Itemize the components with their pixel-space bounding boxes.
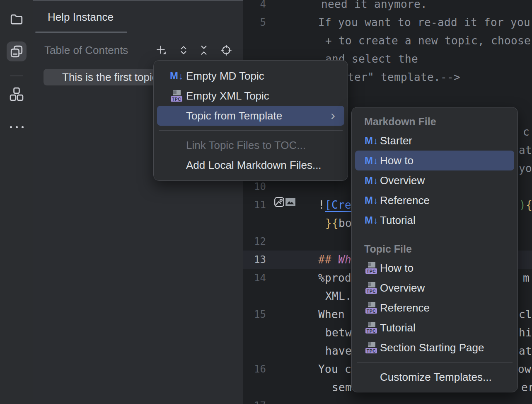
topic-file-icon: TPC xyxy=(171,90,182,102)
code-segment: yo xyxy=(519,159,532,178)
topic-file-icon: TPC xyxy=(365,302,377,314)
scroll-from-source-icon[interactable] xyxy=(221,45,232,56)
menu-item-label: Tutorial xyxy=(380,321,416,334)
markdown-file-icon: M↓ xyxy=(365,155,378,166)
menu-item-label: Empty MD Topic xyxy=(186,70,264,83)
more-icon xyxy=(10,126,24,128)
menu-item-label: Overview xyxy=(380,282,425,294)
menu-item-icon-box: M↓ xyxy=(169,69,184,83)
menu-item-reference[interactable]: M↓Reference xyxy=(355,190,514,210)
toc-toolbar-title: Table of Contents xyxy=(44,44,128,57)
menu-item-tutorial[interactable]: M↓Tutorial xyxy=(355,210,514,230)
code-segment: ## xyxy=(318,251,338,269)
line-number: 11 xyxy=(243,196,266,214)
topic-file-icon: TPC xyxy=(365,322,377,333)
menu-item-icon-box: TPC xyxy=(364,301,378,315)
topic-file-icon: TPC xyxy=(365,262,377,274)
collapse-all-icon[interactable] xyxy=(198,45,209,56)
code-segment: need it anymore. xyxy=(321,0,427,13)
markdown-file-icon: M↓ xyxy=(365,135,378,146)
menu-item-label: How to xyxy=(380,262,414,275)
menu-item-icon-box: TPC xyxy=(364,281,378,295)
code-segment: { xyxy=(526,196,532,214)
menu-item-icon-box: M↓ xyxy=(364,134,378,148)
menu-item-label: Link Topic Files to TOC... xyxy=(186,139,306,152)
menu-separator xyxy=(159,130,343,131)
topic-file-icon: TPC xyxy=(365,342,377,353)
menu-item-label: Section Starting Page xyxy=(380,341,484,354)
menu-item-label: Empty XML Topic xyxy=(186,90,269,102)
code-segment: ter" template.--> xyxy=(348,68,460,86)
menu-item-label: Customize Templates... xyxy=(380,371,492,384)
menu-item-tutorial[interactable]: TPCTutorial xyxy=(355,318,514,338)
markdown-file-icon: M↓ xyxy=(365,214,378,226)
code-segment: ) xyxy=(519,196,526,214)
code-segment: You c xyxy=(318,360,351,378)
code-segment: sem xyxy=(332,378,352,397)
menu-item-empty-md-topic[interactable]: M↓Empty MD Topic xyxy=(157,66,344,86)
menu-item-empty-xml-topic[interactable]: TPCEmpty XML Topic xyxy=(157,86,344,106)
more-tools-button[interactable] xyxy=(7,117,27,137)
menu-item-icon-box: TPC xyxy=(169,89,184,103)
menu-item-overview[interactable]: M↓Overview xyxy=(355,170,514,190)
menu-item-section-starting-page[interactable]: TPCSection Starting Page xyxy=(355,338,514,358)
code-row[interactable]: 4need it anymore. xyxy=(243,0,532,13)
line-number: 12 xyxy=(243,232,266,251)
code-row[interactable]: + to create a new topic, choose t xyxy=(243,32,532,50)
code-segment: ! xyxy=(318,196,325,214)
writerside-tool-button[interactable] xyxy=(7,41,27,61)
new-topic-menu: M↓Empty MD TopicTPCEmpty XML TopicTopic … xyxy=(153,60,348,181)
menu-item-icon-box: M↓ xyxy=(364,173,378,187)
menu-item-reference[interactable]: TPCReference xyxy=(355,298,514,318)
code-segment: c xyxy=(523,123,530,141)
code-segment: bo xyxy=(339,214,352,232)
code-segment: + to create a new topic, choose t xyxy=(325,32,532,50)
image-preview-icon[interactable] xyxy=(285,197,296,207)
code-row[interactable]: 17 xyxy=(243,397,532,404)
code-segment: %prod xyxy=(318,269,351,287)
code-segment: If you want to re-add it for your xyxy=(318,13,532,32)
tool-window-header[interactable]: Help Instance xyxy=(33,1,243,33)
line-number: 16 xyxy=(243,360,266,378)
code-segment: at xyxy=(519,342,532,360)
menu-item-label: Reference xyxy=(380,302,430,314)
project-folder-button[interactable] xyxy=(7,9,27,29)
menu-item-label: Topic from Template xyxy=(186,110,282,122)
code-segment: at xyxy=(519,141,532,159)
menu-item-link-topic-files-to-toc[interactable]: Link Topic Files to TOC... xyxy=(157,135,344,155)
markdown-file-icon: M↓ xyxy=(365,175,378,186)
menu-item-customize-templates[interactable]: Customize Templates... xyxy=(355,367,514,387)
add-with-dropdown-icon[interactable] xyxy=(156,45,167,56)
submenu-arrow-icon: › xyxy=(331,107,335,123)
menu-item-label: How to xyxy=(380,154,414,167)
markdown-file-icon: M↓ xyxy=(170,70,183,82)
window-title: Help Instance xyxy=(48,11,114,24)
menu-item-how-to[interactable]: TPCHow to xyxy=(355,258,514,278)
copies-icon xyxy=(10,44,24,58)
image-outline-icon[interactable] xyxy=(274,197,285,207)
code-segment: er xyxy=(521,378,532,397)
active-tab-underline xyxy=(35,32,127,33)
code-segment: hi xyxy=(519,324,532,342)
tool-window-stripe xyxy=(0,0,33,404)
stripe-separator xyxy=(10,75,23,76)
code-segment: m xyxy=(523,269,530,287)
menu-item-add-local-markdown-files[interactable]: Add Local Markdown Files... xyxy=(157,155,344,175)
menu-item-topic-from-template[interactable]: Topic from Template› xyxy=(157,106,344,126)
code-segment: When xyxy=(318,305,345,324)
topic-file-icon: TPC xyxy=(365,282,377,294)
menu-item-how-to[interactable]: M↓How to xyxy=(355,151,514,170)
structure-tool-button[interactable] xyxy=(7,84,27,104)
menu-section-header-topic-file: Topic File xyxy=(352,240,517,258)
menu-item-icon-box: M↓ xyxy=(364,193,378,207)
menu-item-starter[interactable]: M↓Starter xyxy=(355,131,514,151)
menu-item-icon-box: M↓ xyxy=(364,213,378,227)
line-number: 14 xyxy=(243,269,266,287)
line-number: 4 xyxy=(243,0,266,13)
expand-all-icon[interactable] xyxy=(178,45,189,56)
markdown-file-icon: M↓ xyxy=(365,195,378,206)
menu-item-icon-box: TPC xyxy=(364,341,378,355)
code-row[interactable]: 5If you want to re-add it for your xyxy=(243,13,532,32)
code-segment: [Cre xyxy=(325,196,351,214)
menu-item-overview[interactable]: TPCOverview xyxy=(355,278,514,298)
